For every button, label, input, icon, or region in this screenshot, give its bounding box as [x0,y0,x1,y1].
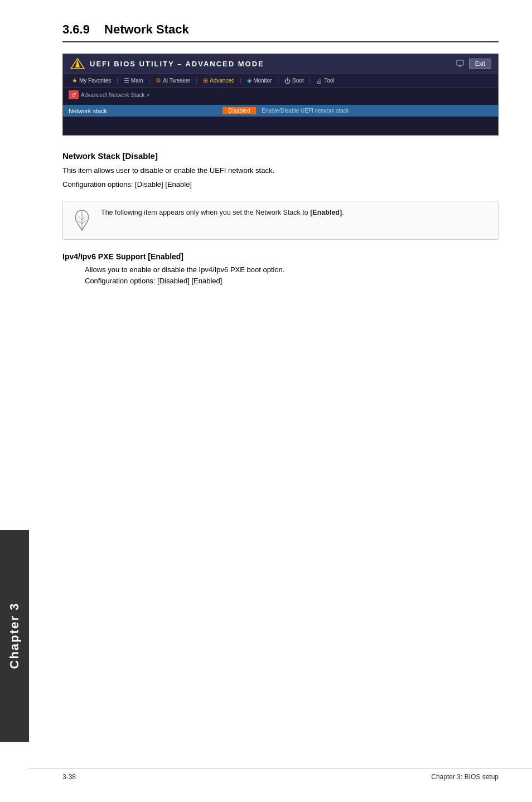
bios-logo [70,57,85,70]
ipv-section: Ipv4/Ipv6 PXE Support [Enabled] Allows y… [62,252,499,288]
section-heading: 3.6.9 Network Stack [62,22,499,42]
feather-icon [72,208,92,233]
network-stack-section: Network Stack [Disable] This item allows… [62,151,499,191]
nav-main[interactable]: ☰ Main [120,76,147,85]
section-number: 3.6.9 [62,22,90,36]
chapter-sidebar: Chapter 3 [0,530,29,742]
bios-row-label: Network stack [69,108,223,114]
nav-advanced[interactable]: ⊞ Advanced [200,76,238,85]
nav-boot-label: Boot [292,78,304,84]
bios-logo-icon [70,57,85,70]
bios-titlebar-left: UEFI BIOS UTILITY – ADVANCED MODE [70,57,264,70]
ipv-title: Ipv4/Ipv6 PXE Support [Enabled] [62,252,499,261]
bios-breadcrumb: ↺ Advanced\ Network Stack > [63,88,498,102]
bios-network-stack-row[interactable]: Network stack Disabled Enable/Disable UE… [63,105,498,117]
note-text-bold: [Enabled] [310,209,342,216]
breadcrumb-path: Advanced\ Network Stack > [81,92,149,98]
nav-sep-4: | [240,78,242,84]
nav-sep-3: | [196,78,197,84]
bios-nav: ★ My Favorites | ☰ Main | ⚙ Ai Tweaker |… [63,73,498,88]
network-stack-para2: Configuration options: [Disable] [Enable… [62,179,499,191]
nav-favorites-label: My Favorites [79,78,111,84]
svg-rect-2 [457,60,463,65]
network-stack-title: Network Stack [Disable] [62,151,499,161]
list-icon: ☰ [124,77,129,84]
ipv-para1: Allows you to enable or disable the Ipv4… [85,264,499,276]
nav-monitor-label: Monitor [253,78,272,84]
note-icon [71,207,93,234]
footer-chapter-label: Chapter 3: BIOS setup [431,773,499,781]
monitor-icon [456,59,465,68]
bios-screenshot: UEFI BIOS UTILITY – ADVANCED MODE Exit ★… [62,54,499,136]
nav-monitor[interactable]: ◈ Monitor [244,76,275,85]
bios-titlebar: UEFI BIOS UTILITY – ADVANCED MODE Exit [63,54,498,73]
footer-page-number: 3-38 [62,773,76,781]
bios-title-text: UEFI BIOS UTILITY – ADVANCED MODE [90,60,264,68]
star-icon: ★ [72,77,78,84]
nav-tweaker[interactable]: ⚙ Ai Tweaker [152,76,194,85]
page-title: Network Stack [104,22,189,36]
tool-icon: 🖨 [316,78,322,84]
note-text: The following item appears only when you… [101,207,344,218]
boot-icon: ⏻ [284,78,291,84]
page-footer: 3-38 Chapter 3: BIOS setup [29,768,532,785]
back-button[interactable]: ↺ [69,90,79,99]
network-stack-para1: This item allows user to disable or enab… [62,165,499,177]
nav-tool-label: Tool [324,78,334,84]
exit-button[interactable]: Exit [469,59,491,69]
nav-sep-5: | [278,78,279,84]
note-text-prefix: The following item appears only when you… [101,209,310,216]
bios-content: Network stack Disabled Enable/Disable UE… [63,102,498,135]
nav-advanced-label: Advanced [210,78,234,84]
advanced-icon: ⊞ [203,77,208,84]
nav-favorites[interactable]: ★ My Favorites [69,76,114,85]
nav-sep-1: | [117,78,118,84]
monitor-nav-icon: ◈ [247,77,252,84]
note-text-suffix: . [342,209,344,216]
ipv-para2: Configuration options: [Disabled] [Enabl… [85,276,499,287]
nav-boot[interactable]: ⏻ Boot [281,76,307,85]
chapter-sidebar-text: Chapter 3 [7,602,22,669]
exit-label: Exit [475,60,485,67]
main-content: 3.6.9 Network Stack UEFI BIOS UTILITY – … [29,0,532,321]
bios-row-desc: Enable/Disable UEFI network stack [262,108,492,114]
nav-tool[interactable]: 🖨 Tool [313,76,337,85]
bios-row-value: Disabled [223,107,256,114]
nav-main-label: Main [131,78,143,84]
nav-sep-2: | [149,78,151,84]
note-box: The following item appears only when you… [62,201,499,240]
gear-icon: ⚙ [156,77,161,84]
nav-sep-6: | [309,78,311,84]
nav-tweaker-label: Ai Tweaker [163,78,190,84]
